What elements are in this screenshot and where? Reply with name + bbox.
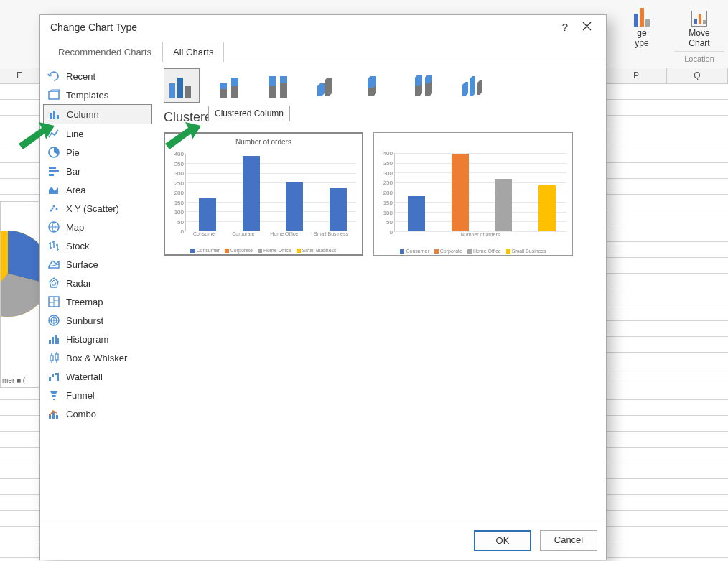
category-label: Bar bbox=[66, 166, 80, 177]
category-label: Templates bbox=[66, 90, 108, 101]
category-label: Stock bbox=[66, 241, 90, 251]
subtype-clustered-column[interactable] bbox=[164, 68, 200, 103]
chart-preview-2[interactable]: 050100150200250300350400Number of orders… bbox=[373, 132, 573, 256]
category-label: Line bbox=[66, 129, 84, 139]
surface-icon bbox=[47, 258, 60, 271]
category-label: Pie bbox=[66, 147, 80, 158]
svg-rect-24 bbox=[52, 374, 54, 377]
subtype-stacked-column[interactable] bbox=[213, 68, 248, 103]
category-waterfall[interactable]: Waterfall bbox=[43, 367, 152, 386]
recent-icon bbox=[47, 70, 60, 83]
bg-legend-fragment: mer ■ ( bbox=[2, 376, 25, 384]
category-label: Recent bbox=[66, 71, 95, 82]
svg-marker-42 bbox=[19, 122, 55, 149]
svg-rect-35 bbox=[220, 83, 227, 89]
category-funnel[interactable]: Funnel bbox=[43, 386, 152, 404]
svg-rect-29 bbox=[52, 412, 55, 419]
bar-Home Office bbox=[495, 179, 512, 231]
y-axis-labels: 050100150200250300350400 bbox=[169, 154, 184, 231]
svg-rect-3 bbox=[53, 111, 55, 119]
svg-rect-41 bbox=[280, 76, 287, 83]
category-line[interactable]: Line bbox=[43, 124, 152, 143]
ok-button[interactable]: OK bbox=[474, 530, 531, 551]
category-histogram[interactable]: Histogram bbox=[43, 330, 152, 348]
category-label: Waterfall bbox=[66, 371, 103, 382]
ribbon-change-chart-type[interactable]: ge ype bbox=[617, 4, 667, 48]
subtype-3d-clustered[interactable] bbox=[310, 68, 346, 103]
chart-category-list: RecentTemplatesColumnLinePieBarAreaX Y (… bbox=[40, 62, 155, 521]
column-icon bbox=[48, 108, 61, 121]
bar-Consumer bbox=[199, 198, 216, 231]
category-radar[interactable]: Radar bbox=[43, 274, 152, 292]
category-map[interactable]: Map bbox=[43, 218, 152, 236]
svg-rect-18 bbox=[52, 337, 54, 344]
category-surface[interactable]: Surface bbox=[43, 255, 152, 274]
svg-point-11 bbox=[56, 208, 58, 210]
category-templates[interactable]: Templates bbox=[43, 85, 152, 104]
category-sunburst[interactable]: Sunburst bbox=[43, 311, 152, 330]
bar-Consumer bbox=[408, 196, 425, 231]
category-label: Combo bbox=[66, 409, 96, 419]
svg-rect-39 bbox=[269, 76, 276, 86]
category-treemap[interactable]: Treemap bbox=[43, 292, 152, 311]
svg-rect-1 bbox=[49, 91, 59, 99]
svg-rect-4 bbox=[57, 115, 59, 119]
col-header-E[interactable]: E bbox=[0, 68, 39, 83]
svg-rect-22 bbox=[55, 354, 58, 360]
cancel-button[interactable]: Cancel bbox=[540, 530, 597, 551]
subtype-3d-stacked[interactable] bbox=[359, 68, 395, 103]
chart-main-panel: Clustered Column Clustered Column Number… bbox=[155, 62, 606, 521]
svg-rect-37 bbox=[231, 78, 238, 86]
category-recent[interactable]: Recent bbox=[43, 67, 152, 85]
category-label: Treemap bbox=[66, 297, 103, 307]
category-bar[interactable]: Bar bbox=[43, 162, 152, 180]
bar-Small Business bbox=[538, 185, 556, 231]
close-button[interactable] bbox=[576, 21, 597, 33]
svg-rect-33 bbox=[185, 86, 191, 98]
dialog-titlebar: Change Chart Type ? bbox=[40, 15, 606, 37]
category-label: Box & Whisker bbox=[66, 353, 127, 363]
col-header-Q[interactable]: Q bbox=[667, 68, 728, 83]
chart-previews: Number of orders050100150200250300350400… bbox=[164, 132, 597, 256]
area-icon bbox=[47, 183, 60, 196]
category-column[interactable]: Column bbox=[43, 104, 152, 124]
svg-rect-8 bbox=[49, 174, 54, 176]
help-button[interactable]: ? bbox=[554, 21, 576, 33]
stock-icon bbox=[47, 239, 60, 252]
category-pie[interactable]: Pie bbox=[43, 143, 152, 162]
treemap-icon bbox=[47, 295, 60, 308]
ribbon-change-type-line1: ge bbox=[637, 28, 646, 38]
box-icon bbox=[47, 351, 60, 364]
dialog-title: Change Chart Type bbox=[50, 22, 554, 33]
category-label: Area bbox=[66, 185, 85, 195]
tab-recommended-charts[interactable]: Recommended Charts bbox=[47, 42, 162, 62]
ribbon-move-chart-line2: Chart bbox=[689, 38, 709, 48]
category-combo[interactable]: Combo bbox=[43, 404, 152, 423]
category-stock[interactable]: Stock bbox=[43, 236, 152, 255]
svg-rect-31 bbox=[169, 83, 175, 98]
subtype-3d-column[interactable] bbox=[457, 68, 493, 103]
svg-rect-32 bbox=[177, 78, 183, 98]
ribbon-move-chart[interactable]: Move Chart Location bbox=[674, 4, 724, 63]
subtype-100-stacked-column[interactable] bbox=[261, 68, 297, 103]
svg-rect-26 bbox=[57, 373, 59, 381]
subtype-tooltip: Clustered Column bbox=[208, 106, 290, 121]
scatter-icon bbox=[47, 202, 60, 215]
category-scatter[interactable]: X Y (Scatter) bbox=[43, 199, 152, 218]
col-header-P[interactable]: P bbox=[606, 68, 667, 83]
svg-point-12 bbox=[52, 208, 54, 210]
ribbon-move-chart-line1: Move bbox=[689, 28, 709, 38]
svg-rect-6 bbox=[49, 167, 56, 169]
funnel-icon bbox=[47, 389, 60, 402]
svg-marker-43 bbox=[165, 122, 201, 149]
subtype-3d-100-stacked[interactable] bbox=[408, 68, 444, 103]
svg-rect-27 bbox=[53, 399, 55, 400]
annotation-arrow-subtype bbox=[158, 122, 201, 160]
category-box[interactable]: Box & Whisker bbox=[43, 348, 152, 367]
category-area[interactable]: Area bbox=[43, 180, 152, 199]
svg-rect-30 bbox=[56, 415, 58, 419]
svg-rect-23 bbox=[49, 377, 51, 381]
tab-all-charts[interactable]: All Charts bbox=[162, 42, 224, 62]
svg-rect-20 bbox=[57, 338, 59, 344]
svg-rect-21 bbox=[50, 356, 53, 361]
